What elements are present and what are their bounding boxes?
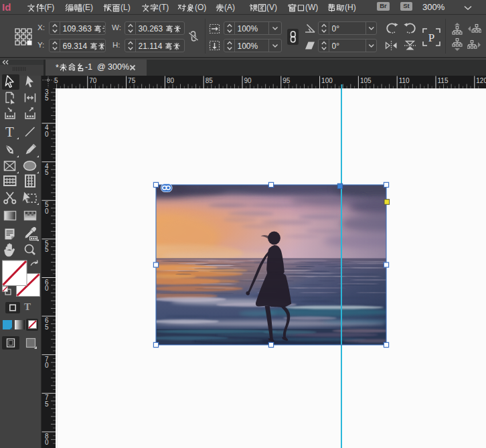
svg-text:70: 70 <box>89 77 97 84</box>
svg-text:75: 75 <box>128 77 136 84</box>
svg-text:0: 0 <box>45 208 49 215</box>
svg-text:0: 0 <box>45 131 49 138</box>
svg-text:5: 5 <box>45 323 49 331</box>
svg-text:90: 90 <box>244 77 252 84</box>
svg-text:0: 0 <box>45 285 49 292</box>
svg-text:85: 85 <box>206 77 214 84</box>
svg-text:P: P <box>428 31 434 44</box>
svg-text:5: 5 <box>45 169 49 176</box>
svg-text:0: 0 <box>45 362 49 369</box>
svg-text:0: 0 <box>45 439 49 446</box>
svg-text:105: 105 <box>360 77 372 84</box>
svg-text:115: 115 <box>438 77 449 84</box>
svg-text:5: 5 <box>45 246 49 253</box>
svg-text:T: T <box>5 124 14 140</box>
svg-text:100: 100 <box>321 77 333 84</box>
svg-text:5: 5 <box>45 400 49 408</box>
svg-text:5: 5 <box>45 94 49 102</box>
svg-text:80: 80 <box>167 77 175 84</box>
svg-text:95: 95 <box>282 77 291 84</box>
svg-text:110: 110 <box>399 77 410 84</box>
svg-text:120: 120 <box>476 77 486 84</box>
